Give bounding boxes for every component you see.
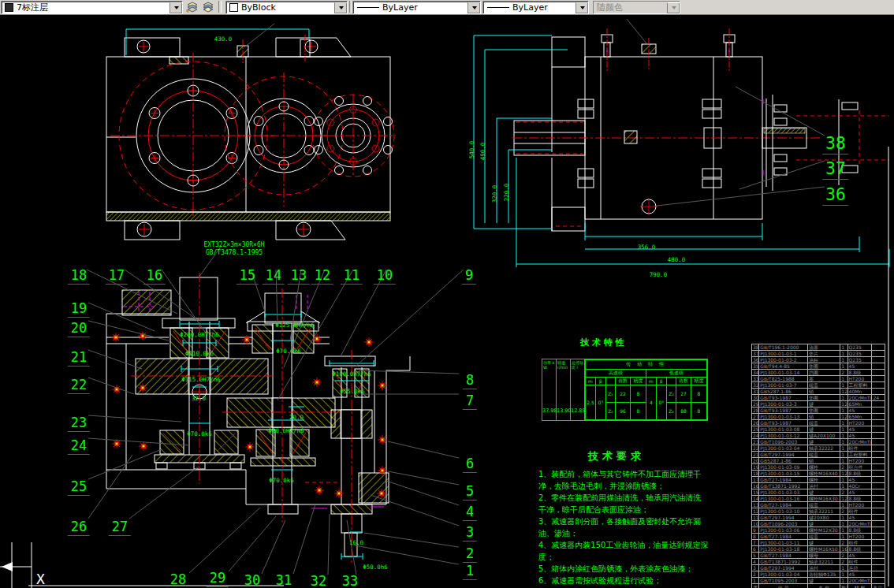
dimension-text: 790.0	[650, 271, 668, 278]
make-object-layer-current-button[interactable]	[184, 1, 199, 13]
parts-list-row: 32PJ1300-01-03-7端盖 1工程塑料	[752, 382, 885, 389]
ucs-icon	[0, 542, 32, 588]
parts-list-row: 30GB/T93-1987垫圈 120CrMnTi24	[752, 395, 885, 401]
dimension-text: Φ115.0H7/n6	[181, 376, 221, 383]
dimension-text: 430.0	[214, 35, 233, 43]
tech-requirement-line: 3、减速器剖分面，各接触面及密封处不允许漏	[538, 515, 748, 527]
dimension-text: 540.0	[468, 141, 475, 159]
parts-list-row: 21GB/T297-1994端盖 1工程塑料	[752, 452, 885, 458]
parts-list-row: 5GB/T27-1984螺母 245	[752, 553, 885, 559]
part-callout-number: 15	[237, 269, 259, 285]
part-callout-number: 4	[463, 505, 477, 521]
tech-requirements-title: 技术要求	[549, 449, 684, 463]
tech-characteristics-table: 功率 kW 37.98 转速 r/min 13.90 总传动比 i 12.85 …	[542, 359, 708, 421]
spline-spec-note-line1: EXT32Z×3m×30R×6H	[203, 241, 264, 248]
dimension-text: Φ70.0k6	[187, 430, 212, 437]
dimension-text: Φ100.0H7/h6	[332, 370, 371, 378]
linetype-line-glyph	[357, 7, 379, 8]
parts-list-row: 37PJ1300-01-03-1垫片 1Q235	[752, 351, 885, 357]
part-callout-number: 32	[307, 575, 330, 588]
toolbar-separator	[218, 1, 222, 13]
part-callout-number: 33	[339, 575, 361, 588]
part-callout-number: 37	[822, 161, 848, 180]
color-control-dropdown[interactable]: ByBlock	[225, 1, 348, 14]
parts-list-row: 28GB/T93-1987垫圈 145	[752, 408, 885, 414]
tech-characteristics-title: 技术特性	[580, 337, 628, 348]
tech-requirement-line: 4、减速器内装150工业齿轮油，油量达到规定深	[538, 539, 748, 551]
dimension-text: Φ125.0H7/h6	[275, 322, 315, 329]
tech-table-left-column: 总传动比 i 12.85	[571, 359, 585, 420]
parts-list-row: 1GB/T1095-2003键 120CrMnTi	[752, 578, 885, 584]
part-callout-number: 6	[463, 457, 477, 473]
section-view	[106, 273, 410, 564]
parts-list-row: 4GB/T13871-1992轴承32211 2组件	[752, 559, 885, 565]
parts-list-row: 17GB/T27-1984螺栓 145	[752, 477, 885, 483]
part-callout-number: 13	[288, 269, 310, 285]
part-callout-number: 22	[68, 378, 90, 394]
plot-style-arrow	[667, 2, 680, 13]
dimension-text: Φ70.0k6	[269, 477, 294, 484]
lineweight-dropdown[interactable]: ByLayer	[482, 1, 589, 14]
spline-spec-note-line2: GB/T3478.1-1995	[206, 249, 263, 256]
object-properties-toolbar: 7标注层 ByBlock	[0, 0, 894, 15]
parts-list-row: 6PJ1300-01-03-18螺栓M16X50 168.8级	[752, 546, 885, 553]
layer-previous-icon	[201, 2, 214, 13]
layer-previous-button[interactable]	[199, 1, 214, 13]
tech-table-left-column: 转速 r/min 13.90	[557, 359, 571, 420]
parts-list-row: 19PJ1300-01-03-09螺栓 2组合件	[752, 464, 885, 471]
part-callout-number: 38	[822, 136, 848, 154]
dimension-text: Φ55.0k6	[340, 388, 365, 395]
parts-list-row: 38GB/T196.1-2000油塞 1Q235	[752, 344, 885, 351]
dimension-text: Φ50.0h6	[363, 564, 388, 571]
parts-list-row: 18PJ1300-01-03-15螺栓M16X40 128.8级	[752, 471, 885, 477]
part-callout-number: 3	[463, 526, 477, 541]
linetype-dropdown-1[interactable]: ByLayer	[352, 1, 481, 14]
part-callout-number: 31	[273, 574, 295, 588]
layer-dropdown[interactable]: 7标注层	[1, 1, 183, 14]
parts-list-row: 8GB/T27-1984端盖 1HT200	[752, 534, 885, 540]
linetype-1-arrow[interactable]	[467, 2, 480, 13]
part-callout-number: 27	[109, 520, 131, 536]
tech-table-grid: 传 动 特 性 高速级 低速级 m β 齿数 精度 m β 齿数 精度	[585, 359, 707, 420]
part-callout-number: 2	[463, 547, 477, 563]
parts-list-header-row: 序号代 号 名 称数量 材 料备注	[752, 584, 885, 588]
part-callout-number: 18	[68, 269, 90, 285]
lineweight-value: ByLayer	[509, 2, 576, 13]
dimension-text: 490.0	[479, 143, 486, 161]
dimension-text: 32.0	[192, 395, 206, 402]
part-callout-number: 14	[263, 269, 285, 285]
part-callout-number: 9	[462, 269, 476, 285]
plan-view	[106, 29, 396, 240]
parts-list-row: 16GB/T13871-1992油封 140Cr	[752, 483, 885, 489]
cad-application-window: 7标注层 ByBlock	[0, 0, 894, 588]
part-callout-number: 8	[463, 374, 477, 389]
parts-list-row: 20GB5287.1-86销 1HT200	[752, 458, 885, 464]
ucs-x-axis-label: X	[36, 571, 45, 587]
parts-list-row: 14PJ1300-01-03-16螺栓M16X30 128.8级	[752, 496, 885, 502]
parts-list-row: 15PJ1300-01-03-03键 245	[752, 489, 885, 496]
tech-requirement-line: 5、箱体内涂红色防锈漆，外表涂灰色油漆；	[538, 563, 748, 575]
parts-list-row: 26GB/T93-1987端盖 1HT200	[752, 420, 885, 426]
part-callout-number: 10	[374, 269, 396, 285]
parts-list-row: 27PJ1300-01-03-13销 1265Mn	[752, 414, 885, 420]
part-callout-number: 25	[68, 480, 90, 496]
layer-dropdown-arrow[interactable]	[169, 2, 182, 13]
part-callout-number: 20	[68, 322, 90, 337]
part-callout-number: 17	[106, 269, 128, 285]
color-control-arrow[interactable]	[334, 2, 347, 13]
dimension-text: 320.0	[491, 185, 498, 203]
make-object-layer-current-icon	[185, 2, 198, 13]
parts-list-row: 2PJ1300-01-03-04齿轮轴Φ135 145	[752, 571, 885, 578]
part-callout-number: 21	[68, 351, 90, 367]
plot-style-value: 随颜色	[594, 2, 667, 13]
parts-list-row: 36PJ1300-01-03-2油标 1Q235	[752, 357, 885, 363]
parts-list-row: 29PJ1300-01-03-3键 1265Mn	[752, 401, 885, 408]
layer-dropdown-value: 7标注层	[13, 2, 169, 13]
part-callout-number: 11	[341, 269, 363, 285]
plot-style-dropdown: 随颜色	[593, 1, 680, 14]
parts-list-row: 13GB/T27-1984端盖 1HT200	[752, 502, 885, 508]
model-space-canvas[interactable]: 430.0356.0480.0790.0Φ200.0H7/h6Φ110.0k6Φ…	[0, 14, 894, 588]
dimension-text: 16.0	[349, 539, 363, 546]
parts-list-row: 34PJ1300-01-03-14挡圈 28.8级	[752, 370, 885, 376]
lineweight-arrow[interactable]	[576, 2, 588, 13]
